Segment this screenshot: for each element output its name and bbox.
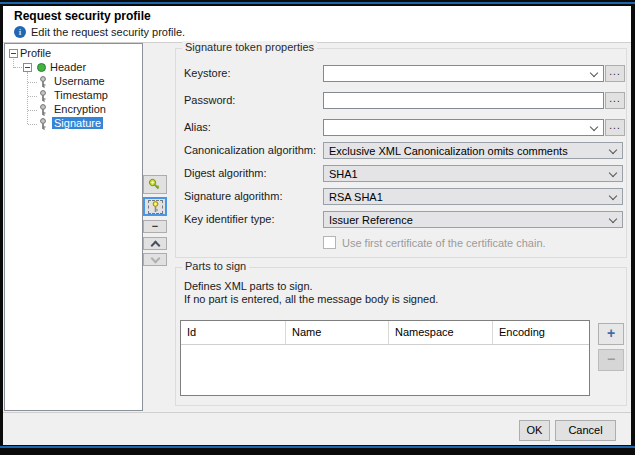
tree-node-username[interactable]: Username [5,75,142,89]
chevron-down-icon [150,254,160,264]
key-icon [38,118,48,130]
password-browse-button[interactable]: ... [605,92,625,109]
password-label: Password: [184,94,235,106]
footer-separator [3,412,631,413]
key-icon [38,90,48,102]
tree-node-timestamp[interactable]: Timestamp [5,89,142,103]
window-accent-bottom [0,446,635,448]
collapse-icon[interactable] [23,63,32,72]
remove-token-button[interactable]: − [143,220,167,233]
alias-browse-button[interactable]: ... [605,119,625,136]
canonicalization-algorithm-label: Canonicalization algorithm: [184,144,316,156]
tree-node-label: Profile [20,47,51,59]
digest-algorithm-label: Digest algorithm: [184,167,267,179]
key-plus-icon [147,177,163,193]
move-up-button[interactable] [143,237,167,250]
key-icon [38,76,48,88]
tree-node-encryption[interactable]: Encryption [5,103,142,117]
keystore-browse-button[interactable]: ... [605,65,625,82]
ok-button[interactable]: OK [519,420,550,441]
tree-node-label: Username [52,75,107,87]
tree-node-header[interactable]: Header [5,61,142,75]
signature-algorithm-value: RSA SHA1 [329,191,383,203]
key-identifier-type-dropdown[interactable]: Issuer Reference [323,211,623,228]
cancel-button[interactable]: Cancel [555,420,616,441]
password-field[interactable] [323,92,604,109]
chevron-up-icon [150,240,160,250]
parts-table-header: Id Name Namespace Encoding [181,321,589,345]
tree-node-label: Header [50,61,86,73]
alias-combo[interactable] [323,119,604,136]
tree-node-label: Timestamp [52,89,110,101]
column-header-id[interactable]: Id [181,321,286,344]
page-title: Request security profile [14,9,151,23]
chevron-down-icon[interactable] [590,123,598,131]
move-down-button[interactable] [143,253,167,266]
signature-algorithm-dropdown[interactable]: RSA SHA1 [323,188,623,205]
key-icon [38,104,48,116]
info-icon: i [14,26,26,38]
green-dot-icon [37,63,46,72]
minus-icon: − [152,222,158,231]
digest-algorithm-value: SHA1 [329,168,358,180]
tree-node-signature[interactable]: Signature [5,117,142,131]
dialog-header: Request security profile i Edit the requ… [3,6,631,43]
window-accent-top [0,2,635,4]
remove-part-button[interactable]: − [598,349,624,371]
group-title: Parts to sign [182,260,249,272]
chevron-down-icon[interactable] [590,69,598,77]
alias-label: Alias: [184,121,211,133]
key-dashed-icon [150,201,161,213]
digest-algorithm-dropdown[interactable]: SHA1 [323,165,623,182]
column-header-namespace[interactable]: Namespace [389,321,493,344]
tree-node-label: Encryption [52,103,108,115]
keystore-label: Keystore: [184,67,230,79]
parts-table-body[interactable] [181,345,589,397]
add-token-button[interactable] [143,175,167,194]
keystore-combo[interactable] [323,65,604,82]
parts-description-line2: If no part is entered, all the message b… [184,293,438,305]
chevron-down-icon [609,169,617,177]
signature-algorithm-label: Signature algorithm: [184,190,282,202]
key-identifier-type-label: Key identifier type: [184,213,275,225]
parts-table[interactable]: Id Name Namespace Encoding [180,320,590,396]
group-title: Signature token properties [182,41,317,53]
chevron-down-icon [609,192,617,200]
tree-node-label-selected: Signature [52,117,103,129]
dialog-subtitle: Edit the request security profile. [31,26,185,38]
key-identifier-type-value: Issuer Reference [329,214,413,226]
insert-token-button[interactable] [143,197,167,216]
profile-tree: Profile Header Username Timestamp Encryp… [4,43,143,411]
chevron-down-icon [609,215,617,223]
add-part-button[interactable]: + [598,323,624,345]
column-header-name[interactable]: Name [286,321,389,344]
signature-token-properties-group: Signature token properties Keystore: ...… [175,48,627,258]
canonicalization-algorithm-dropdown[interactable]: Exclusive XML Canonicalization omits com… [323,142,623,159]
tree-node-profile[interactable]: Profile [5,47,142,61]
chevron-down-icon [609,146,617,154]
canonicalization-algorithm-value: Exclusive XML Canonicalization omits com… [329,145,568,157]
selection-dashed-border [148,200,163,214]
use-first-certificate-label: Use first certificate of the certificate… [342,237,546,249]
request-security-profile-dialog: Request security profile i Edit the requ… [3,6,631,445]
collapse-icon[interactable] [9,49,18,58]
parts-to-sign-group: Parts to sign Defines XML parts to sign.… [175,267,627,406]
use-first-certificate-checkbox[interactable] [323,236,336,249]
column-header-encoding[interactable]: Encoding [493,321,589,344]
parts-description-line1: Defines XML parts to sign. [184,280,313,292]
